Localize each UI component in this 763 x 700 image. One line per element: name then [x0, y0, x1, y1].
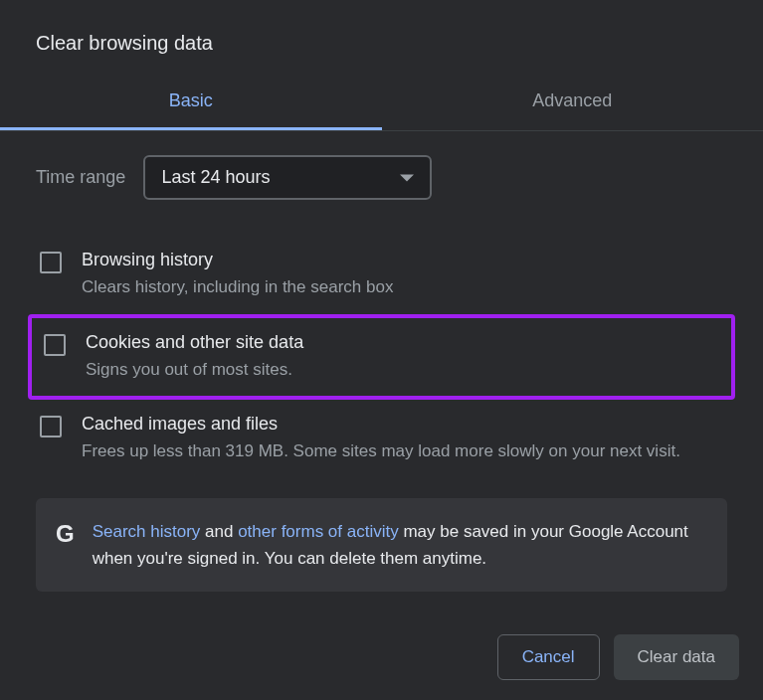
time-range-select[interactable]: Last 24 hours — [143, 155, 432, 200]
option-desc: Signs you out of most sites. — [86, 357, 723, 383]
time-range-label: Time range — [36, 167, 125, 188]
option-cookies: Cookies and other site data Signs you ou… — [28, 314, 735, 401]
dialog-content: Time range Last 24 hours Browsing histor… — [0, 131, 763, 592]
option-title: Cached images and files — [82, 414, 727, 435]
clear-browsing-data-dialog: Clear browsing data Basic Advanced Time … — [0, 0, 763, 700]
dialog-title: Clear browsing data — [0, 0, 763, 75]
google-icon: G — [56, 520, 75, 548]
option-cached: Cached images and files Frees up less th… — [32, 400, 727, 478]
chevron-down-icon — [400, 174, 414, 181]
option-text: Cached images and files Frees up less th… — [82, 414, 727, 464]
option-desc: Clears history, including in the search … — [82, 274, 727, 300]
checkbox-cached[interactable] — [40, 416, 62, 438]
info-text-mid: and — [200, 522, 238, 541]
time-range-row: Time range Last 24 hours — [36, 155, 727, 200]
cancel-button[interactable]: Cancel — [497, 634, 600, 680]
tab-advanced[interactable]: Advanced — [382, 75, 764, 130]
time-range-value: Last 24 hours — [161, 167, 270, 187]
checkbox-browsing-history[interactable] — [40, 252, 62, 273]
dialog-buttons: Cancel Clear data — [497, 634, 739, 680]
option-title: Browsing history — [82, 250, 727, 270]
option-text: Cookies and other site data Signs you ou… — [86, 332, 723, 383]
option-desc: Frees up less than 319 MB. Some sites ma… — [82, 438, 727, 464]
option-text: Browsing history Clears history, includi… — [82, 250, 727, 300]
option-title: Cookies and other site data — [86, 332, 723, 353]
tabs: Basic Advanced — [0, 75, 763, 131]
option-browsing-history: Browsing history Clears history, includi… — [32, 236, 727, 314]
clear-data-button[interactable]: Clear data — [614, 634, 739, 680]
tab-basic[interactable]: Basic — [0, 75, 382, 130]
google-account-info: G Search history and other forms of acti… — [36, 498, 727, 592]
link-search-history[interactable]: Search history — [93, 522, 201, 541]
info-text: Search history and other forms of activi… — [93, 518, 707, 572]
checkbox-cookies[interactable] — [44, 334, 66, 356]
link-other-activity[interactable]: other forms of activity — [238, 522, 399, 541]
